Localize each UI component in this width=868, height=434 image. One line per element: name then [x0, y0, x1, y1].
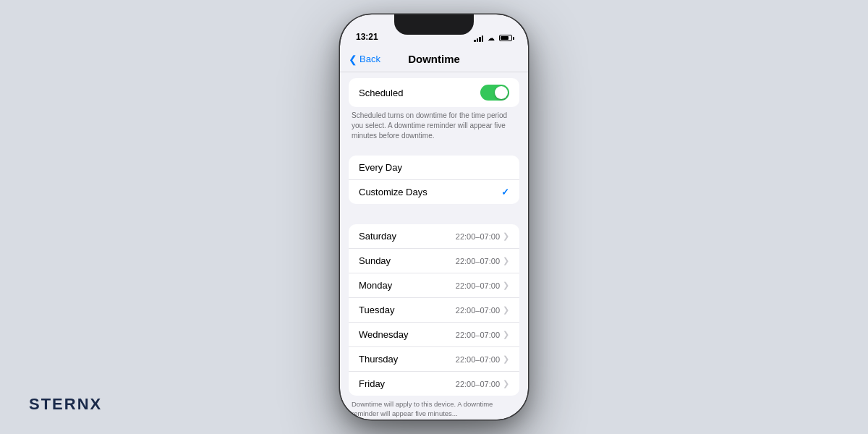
back-label: Back: [359, 54, 380, 64]
scheduled-section: Scheduled Scheduled turns on downtime fo…: [340, 78, 528, 148]
schedule-type-section: Every Day Customize Days ✓: [340, 156, 528, 204]
tuesday-time: 22:00–07:00: [456, 306, 500, 315]
monday-time: 22:00–07:00: [456, 281, 500, 290]
friday-row[interactable]: Friday 22:00–07:00 ❯: [349, 372, 519, 396]
iphone-frame: 13:21 ☁ ❮ Back Downtime: [340, 14, 528, 420]
monday-row[interactable]: Monday 22:00–07:00 ❯: [349, 273, 519, 298]
friday-right: 22:00–07:00 ❯: [456, 379, 509, 388]
page-title: Downtime: [408, 53, 460, 65]
monday-chevron-icon: ❯: [503, 281, 509, 290]
customize-days-label: Customize Days: [359, 187, 427, 197]
saturday-row[interactable]: Saturday 22:00–07:00 ❯: [349, 224, 519, 249]
scheduled-toggle[interactable]: [480, 85, 509, 101]
friday-time: 22:00–07:00: [456, 380, 500, 388]
scheduled-card: Scheduled: [349, 78, 519, 107]
section-gap: [340, 211, 528, 224]
status-icons: ☁: [474, 34, 512, 42]
friday-label: Friday: [359, 378, 385, 389]
status-time: 13:21: [356, 32, 378, 42]
every-day-label: Every Day: [359, 162, 402, 173]
sunday-label: Sunday: [359, 255, 391, 266]
screen: 13:21 ☁ ❮ Back Downtime: [340, 14, 528, 420]
back-button[interactable]: ❮ Back: [349, 54, 380, 65]
sunday-right: 22:00–07:00 ❯: [456, 256, 509, 265]
sternx-logo: STERNX: [29, 395, 102, 414]
nav-bar: ❮ Back Downtime: [340, 46, 528, 72]
thursday-row[interactable]: Thursday 22:00–07:00 ❯: [349, 347, 519, 372]
checkmark-icon: ✓: [501, 187, 509, 197]
days-section: Saturday 22:00–07:00 ❯ Sunday 22:00–07:0…: [340, 224, 528, 420]
wednesday-right: 22:00–07:00 ❯: [456, 330, 509, 339]
tuesday-right: 22:00–07:00 ❯: [456, 305, 509, 315]
saturday-right: 22:00–07:00 ❯: [456, 231, 509, 241]
sunday-chevron-icon: ❯: [503, 256, 509, 265]
sunday-row[interactable]: Sunday 22:00–07:00 ❯: [349, 249, 519, 273]
days-card: Saturday 22:00–07:00 ❯ Sunday 22:00–07:0…: [349, 224, 519, 396]
thursday-chevron-icon: ❯: [503, 354, 509, 364]
wednesday-time: 22:00–07:00: [456, 331, 500, 339]
back-chevron-icon: ❮: [349, 54, 357, 65]
wednesday-label: Wednesday: [359, 329, 408, 340]
wednesday-chevron-icon: ❯: [503, 330, 509, 339]
scheduled-description: Scheduled turns on downtime for the time…: [340, 107, 528, 148]
monday-label: Monday: [359, 280, 392, 291]
thursday-time: 22:00–07:00: [456, 355, 500, 364]
saturday-chevron-icon: ❯: [503, 231, 509, 241]
thursday-label: Thursday: [359, 354, 398, 365]
scheduled-label: Scheduled: [359, 88, 403, 98]
tuesday-row[interactable]: Tuesday 22:00–07:00 ❯: [349, 298, 519, 323]
every-day-row[interactable]: Every Day: [349, 156, 519, 180]
wifi-icon: ☁: [488, 34, 495, 42]
toggle-thumb: [495, 86, 508, 99]
tuesday-chevron-icon: ❯: [503, 305, 509, 315]
bottom-note: Downtime will apply to this device. A do…: [340, 396, 528, 420]
saturday-time: 22:00–07:00: [456, 232, 500, 241]
schedule-type-card: Every Day Customize Days ✓: [349, 156, 519, 204]
monday-right: 22:00–07:00 ❯: [456, 281, 509, 290]
thursday-right: 22:00–07:00 ❯: [456, 354, 509, 364]
wednesday-row[interactable]: Wednesday 22:00–07:00 ❯: [349, 323, 519, 347]
sunday-time: 22:00–07:00: [456, 257, 500, 265]
friday-chevron-icon: ❯: [503, 379, 509, 388]
tuesday-label: Tuesday: [359, 305, 394, 315]
scheduled-row: Scheduled: [349, 78, 519, 107]
saturday-label: Saturday: [359, 231, 396, 242]
content-area: Scheduled Scheduled turns on downtime fo…: [340, 72, 528, 420]
notch: [394, 14, 474, 35]
signal-icon: [474, 35, 483, 42]
customize-days-row[interactable]: Customize Days ✓: [349, 180, 519, 204]
battery-icon: [499, 35, 512, 41]
